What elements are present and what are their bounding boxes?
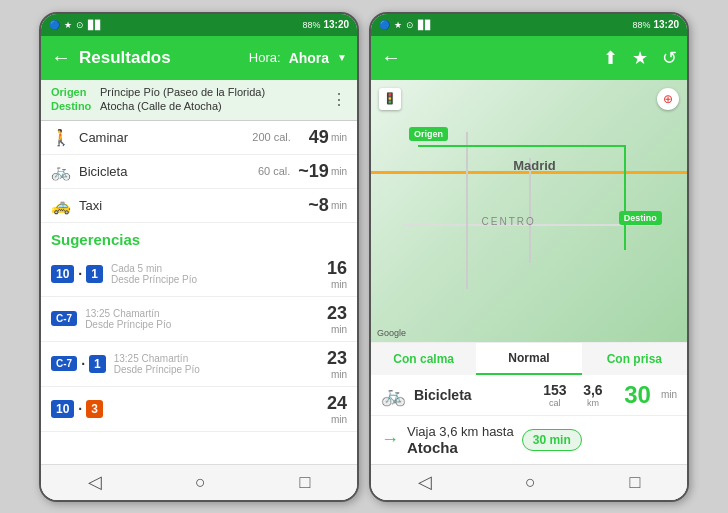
bike-min: min (331, 166, 347, 177)
map-dest-pin: Destino (619, 211, 662, 225)
speed-normal-btn[interactable]: Normal (476, 343, 581, 375)
header-action-icons: ⬆ ★ ↺ (603, 47, 677, 69)
status-icons-right-2: 88% 13:20 (632, 19, 679, 30)
suggestion-3-sub1: 13:25 Chamartín (114, 353, 200, 364)
dot-3: · (78, 401, 82, 417)
bike-km-stat: 3,6 km (578, 382, 608, 408)
dropdown-icon[interactable]: ▼ (337, 52, 347, 63)
status-icons-left: 🔵 ★ ⊙ ▊▊ (49, 20, 102, 30)
suggestion-4-time: 24 min (327, 393, 347, 425)
speed-selector: Con calma Normal Con prisa (371, 342, 687, 375)
transport-bike[interactable]: 🚲 Bicicleta 60 cal. ~19 min (41, 155, 357, 189)
suggestion-2-badges: C-7 13:25 Chamartín Desde Príncipe Pío (51, 308, 327, 330)
ahora-value: Ahora (289, 50, 329, 66)
suggestion-3-time: 23 min (327, 348, 347, 380)
walk-icon: 🚶 (51, 128, 79, 147)
suggestion-1-badges: 10 · 1 Cada 5 min Desde Príncipe Pío (51, 263, 327, 285)
taxi-label: Taxi (79, 198, 291, 213)
back-button-2[interactable]: ← (381, 46, 401, 69)
battery-level: 88% (302, 20, 320, 30)
origin-dest-panel: Origen Príncipe Pío (Paseo de la Florida… (41, 80, 357, 121)
more-options-icon[interactable]: ⋮ (331, 90, 347, 109)
status-bar-1: 🔵 ★ ⊙ ▊▊ 88% 13:20 (41, 14, 357, 36)
map-route-line (418, 145, 623, 147)
bottom-nav-2: ◁ ○ □ (371, 464, 687, 500)
recent-nav-btn-2[interactable]: □ (629, 472, 640, 493)
direction-text-block: Viaja 3,6 km hasta Atocha (407, 424, 514, 456)
destino-row: Destino Atocha (Calle de Atocha) (51, 100, 331, 112)
suggestion-2-sub1: 13:25 Chamartín (85, 308, 171, 319)
badge-10: 10 (51, 265, 74, 283)
transport-walking[interactable]: 🚶 Caminar 200 cal. 49 min (41, 121, 357, 155)
status-bar-2: 🔵 ★ ⊙ ▊▊ 88% 13:20 (371, 14, 687, 36)
bike-time-label: min (661, 389, 677, 400)
taxi-min: min (331, 200, 347, 211)
bike-icon-list: 🚲 (51, 162, 79, 181)
compass-icon[interactable]: ⊕ (657, 88, 679, 110)
star-icon[interactable]: ★ (632, 47, 648, 69)
dot-2: · (81, 356, 85, 372)
speed-rush-btn[interactable]: Con prisa (582, 343, 687, 375)
alarm-icon: ★ (64, 20, 72, 30)
home-nav-btn-1[interactable]: ○ (195, 472, 206, 493)
destino-value: Atocha (Calle de Atocha) (100, 100, 222, 112)
direction-time-badge: 30 min (522, 429, 582, 451)
back-button-1[interactable]: ← (51, 46, 71, 69)
taxi-time: ~8 (299, 195, 329, 216)
bike-cal-label: cal (540, 398, 570, 408)
origen-value: Príncipe Pío (Paseo de la Florida) (100, 86, 265, 98)
direction-destination: Atocha (407, 439, 514, 456)
suggestion-3[interactable]: C-7 · 1 13:25 Chamartín Desde Príncipe P… (41, 342, 357, 387)
badge-3: 3 (86, 400, 103, 418)
recent-nav-btn-1[interactable]: □ (299, 472, 310, 493)
bike-km-label: km (578, 398, 608, 408)
transport-taxi[interactable]: 🚕 Taxi ~8 min (41, 189, 357, 223)
dot-1: · (78, 266, 82, 282)
direction-arrow-icon: → (381, 429, 399, 450)
map-centro-label: CENTRO (482, 216, 536, 227)
bike-info-panel: 🚲 Bicicleta 153 cal 3,6 km 30 min (371, 375, 687, 416)
destino-label: Destino (51, 100, 96, 112)
map-road-vertical-1 (466, 132, 468, 289)
suggestion-1-sub1: Cada 5 min (111, 263, 197, 274)
suggestion-2[interactable]: C-7 13:25 Chamartín Desde Príncipe Pío 2… (41, 297, 357, 342)
map-origin-pin: Origen (409, 127, 448, 141)
signal-bars: ▊▊ (88, 20, 102, 30)
suggestion-1[interactable]: 10 · 1 Cada 5 min Desde Príncipe Pío 16 … (41, 252, 357, 297)
bike-label: Bicicleta (79, 164, 258, 179)
map-area[interactable]: Origen Destino Madrid CENTRO ⊕ 🚦 Google (371, 80, 687, 342)
refresh-icon[interactable]: ↺ (662, 47, 677, 69)
origen-label: Origen (51, 86, 96, 98)
badge-c7-1: C-7 (51, 311, 77, 326)
traffic-light-icon[interactable]: 🚦 (379, 88, 401, 110)
suggestion-1-time: 16 min (327, 258, 347, 290)
status-icons-right: 88% 13:20 (302, 19, 349, 30)
hora-label: Hora: (249, 50, 281, 65)
phone2: 🔵 ★ ⊙ ▊▊ 88% 13:20 ← ⬆ ★ ↺ (369, 12, 689, 502)
suggestions-title: Sugerencias (41, 223, 357, 252)
header-2: ← ⬆ ★ ↺ (371, 36, 687, 80)
bike-time-val: 30 (616, 381, 651, 409)
bike-cal: 60 cal. (258, 165, 290, 177)
header-1: ← Resultados Hora: Ahora ▼ (41, 36, 357, 80)
suggestion-2-sub2: Desde Príncipe Pío (85, 319, 171, 330)
suggestion-3-sub2: Desde Príncipe Pío (114, 364, 200, 375)
origen-row: Origen Príncipe Pío (Paseo de la Florida… (51, 86, 331, 98)
suggestion-4[interactable]: 10 · 3 24 min (41, 387, 357, 432)
back-nav-btn-1[interactable]: ◁ (88, 471, 102, 493)
suggestion-2-time: 23 min (327, 303, 347, 335)
google-logo: Google (377, 328, 406, 338)
location-icon-2: ⊙ (406, 20, 414, 30)
status-time-1: 13:20 (323, 19, 349, 30)
home-nav-btn-2[interactable]: ○ (525, 472, 536, 493)
map-route-line-v (624, 145, 626, 250)
status-icons-left-2: 🔵 ★ ⊙ ▊▊ (379, 20, 432, 30)
share-icon[interactable]: ⬆ (603, 47, 618, 69)
taxi-icon: 🚕 (51, 196, 79, 215)
walk-time: 49 (299, 127, 329, 148)
direction-row: → Viaja 3,6 km hasta Atocha 30 min (371, 416, 687, 464)
battery-level-2: 88% (632, 20, 650, 30)
back-nav-btn-2[interactable]: ◁ (418, 471, 432, 493)
bike-km-val: 3,6 (578, 382, 608, 398)
speed-calm-btn[interactable]: Con calma (371, 343, 476, 375)
